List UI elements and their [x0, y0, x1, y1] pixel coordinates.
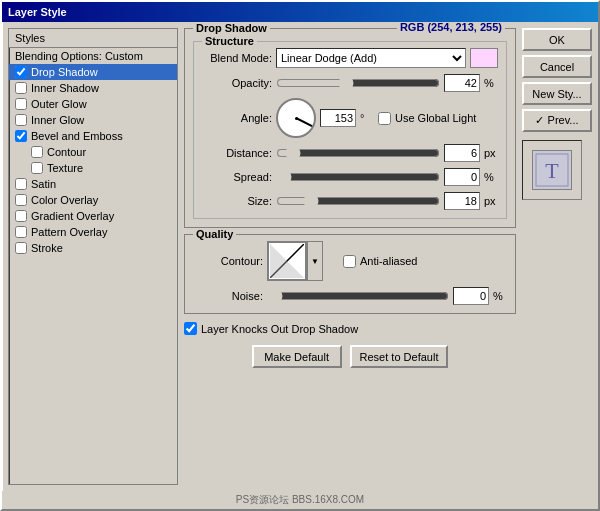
distance-unit: px	[484, 147, 498, 159]
quality-title: Quality	[193, 228, 236, 240]
drop-shadow-group: Drop Shadow RGB (254, 213, 255) Structur…	[184, 28, 516, 228]
sidebar-item-stroke[interactable]: Stroke	[9, 240, 177, 256]
window-title: Layer Style	[8, 6, 67, 18]
preview-icon: T	[532, 150, 572, 190]
size-input[interactable]: 18	[444, 192, 480, 210]
inner-glow-label: Inner Glow	[31, 114, 84, 126]
stroke-checkbox[interactable]	[15, 242, 27, 254]
layer-knocks-out-checkbox[interactable]	[184, 322, 197, 335]
rgb-display: RGB (254, 213, 255)	[397, 22, 505, 33]
sidebar-item-texture[interactable]: Texture	[9, 160, 177, 176]
sidebar-item-bevel-emboss[interactable]: Bevel and Emboss	[9, 128, 177, 144]
use-global-light-label[interactable]: Use Global Light	[378, 112, 476, 125]
size-slider[interactable]	[276, 194, 440, 208]
spread-slider[interactable]	[276, 170, 440, 184]
preview-box: T	[522, 140, 582, 200]
anti-aliased-checkbox[interactable]	[343, 255, 356, 268]
texture-checkbox[interactable]	[31, 162, 43, 174]
pattern-overlay-label: Pattern Overlay	[31, 226, 107, 238]
size-label: Size:	[202, 195, 272, 207]
noise-slider[interactable]	[267, 289, 449, 303]
distance-slider[interactable]	[276, 146, 440, 160]
cancel-button[interactable]: Cancel	[522, 55, 592, 78]
angle-dial[interactable]	[276, 98, 316, 138]
sidebar-item-outer-glow[interactable]: Outer Glow	[9, 96, 177, 112]
blending-label: Blending Options: Custom	[15, 50, 143, 62]
contour-label: Contour	[47, 146, 86, 158]
watermark-line1: PS资源论坛	[236, 494, 289, 505]
color-overlay-checkbox[interactable]	[15, 194, 27, 206]
ok-button[interactable]: OK	[522, 28, 592, 51]
sidebar-item-gradient-overlay[interactable]: Gradient Overlay	[9, 208, 177, 224]
sidebar-item-color-overlay[interactable]: Color Overlay	[9, 192, 177, 208]
buttons-panel: OK Cancel New Sty... ✓ Prev... T	[522, 28, 592, 485]
preview-button[interactable]: ✓ Prev...	[522, 109, 592, 132]
inner-shadow-label: Inner Shadow	[31, 82, 99, 94]
new-style-button[interactable]: New Sty...	[522, 82, 592, 105]
angle-input[interactable]	[320, 109, 356, 127]
opacity-label: Opacity:	[202, 77, 272, 89]
pattern-overlay-checkbox[interactable]	[15, 226, 27, 238]
blend-mode-select[interactable]: Linear Dodge (Add) Normal Multiply Scree…	[276, 48, 466, 68]
window-content: Styles Blending Options: Custom Drop Sha…	[2, 22, 598, 491]
layer-style-window: Layer Style Styles Blending Options: Cus…	[0, 0, 600, 511]
opacity-input[interactable]: 42	[444, 74, 480, 92]
preview-svg: T	[534, 152, 570, 188]
distance-input[interactable]: 6	[444, 144, 480, 162]
inner-shadow-checkbox[interactable]	[15, 82, 27, 94]
contour-dropdown-btn[interactable]: ▼	[307, 241, 323, 281]
watermark-line2: BBS.16X8.COM	[292, 494, 364, 505]
sidebar-item-pattern-overlay[interactable]: Pattern Overlay	[9, 224, 177, 240]
opacity-row: Opacity: 42 %	[202, 74, 498, 92]
stroke-label: Stroke	[31, 242, 63, 254]
contour-checkbox[interactable]	[31, 146, 43, 158]
contour-svg	[270, 244, 304, 278]
angle-row: Angle: ° Use Global Light	[202, 98, 498, 138]
structure-group: Structure Blend Mode: Linear Dodge (Add)…	[193, 41, 507, 219]
inner-glow-checkbox[interactable]	[15, 114, 27, 126]
noise-label: Noise:	[193, 290, 263, 302]
sidebar-item-inner-shadow[interactable]: Inner Shadow	[9, 80, 177, 96]
outer-glow-checkbox[interactable]	[15, 98, 27, 110]
drop-shadow-label: Drop Shadow	[31, 66, 98, 78]
spread-input[interactable]: 0	[444, 168, 480, 186]
angle-indicator	[296, 117, 313, 127]
bevel-emboss-checkbox[interactable]	[15, 130, 27, 142]
anti-aliased-label[interactable]: Anti-aliased	[343, 255, 417, 268]
opacity-slider[interactable]	[276, 76, 440, 90]
opacity-unit: %	[484, 77, 498, 89]
outer-glow-label: Outer Glow	[31, 98, 87, 110]
sidebar-item-contour[interactable]: Contour	[9, 144, 177, 160]
sidebar-item-satin[interactable]: Satin	[9, 176, 177, 192]
title-bar: Layer Style	[2, 2, 598, 22]
contour-control: ▼	[267, 241, 323, 281]
noise-input[interactable]: 0	[453, 287, 489, 305]
main-panel: Drop Shadow RGB (254, 213, 255) Structur…	[184, 28, 516, 485]
sidebar-item-inner-glow[interactable]: Inner Glow	[9, 112, 177, 128]
contour-label: Contour:	[193, 255, 263, 267]
structure-title: Structure	[202, 35, 257, 47]
satin-label: Satin	[31, 178, 56, 190]
sidebar-item-blending[interactable]: Blending Options: Custom	[9, 48, 177, 64]
texture-label: Texture	[47, 162, 83, 174]
contour-row: Contour: ▼ A	[193, 241, 507, 281]
satin-checkbox[interactable]	[15, 178, 27, 190]
drop-shadow-title: Drop Shadow	[193, 22, 270, 34]
blend-color-swatch[interactable]	[470, 48, 498, 68]
drop-shadow-checkbox[interactable]	[15, 66, 27, 78]
contour-preview[interactable]	[267, 241, 307, 281]
angle-center-dot	[295, 117, 298, 120]
gradient-overlay-checkbox[interactable]	[15, 210, 27, 222]
color-overlay-label: Color Overlay	[31, 194, 98, 206]
bottom-buttons: Make Default Reset to Default	[184, 345, 516, 368]
layer-knocks-out-label[interactable]: Layer Knocks Out Drop Shadow	[184, 322, 358, 335]
styles-panel: Styles Blending Options: Custom Drop Sha…	[8, 28, 178, 485]
distance-row: Distance: 6 px	[202, 144, 498, 162]
spread-label: Spread:	[202, 171, 272, 183]
blend-mode-row: Blend Mode: Linear Dodge (Add) Normal Mu…	[202, 48, 498, 68]
sidebar-item-drop-shadow[interactable]: Drop Shadow	[9, 64, 177, 80]
angle-label: Angle:	[202, 112, 272, 124]
use-global-light-checkbox[interactable]	[378, 112, 391, 125]
reset-to-default-button[interactable]: Reset to Default	[350, 345, 449, 368]
make-default-button[interactable]: Make Default	[252, 345, 342, 368]
